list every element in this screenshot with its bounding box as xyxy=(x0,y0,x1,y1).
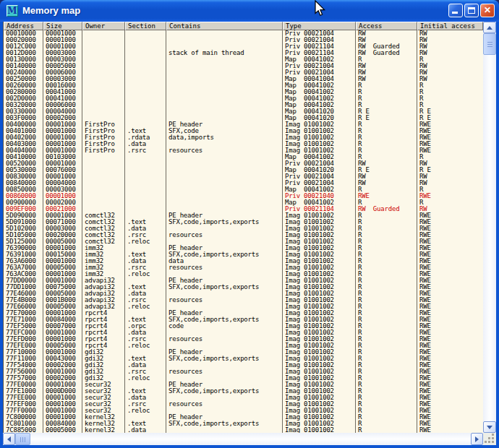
scroll-left-button[interactable] xyxy=(3,433,15,445)
scroll-down-button[interactable] xyxy=(483,421,496,433)
table-row[interactable]: 763AC00000001000imm32.relocImag 01001002… xyxy=(4,271,483,277)
table-row[interactable]: 0083000000001000Priv 00021004RWRW xyxy=(4,173,483,180)
minimize-button[interactable] xyxy=(448,4,463,17)
table-row[interactable]: 0028000000041000Map 00041002RR xyxy=(4,89,483,95)
table-row[interactable]: 77EFD00000001000rpcrt4.rsrcresourcesImag… xyxy=(4,336,483,343)
horizontal-scrollbar[interactable] xyxy=(3,433,483,445)
cell-contains: PE header xyxy=(166,349,283,356)
column-header-address[interactable]: Address xyxy=(4,22,43,30)
column-header-section[interactable]: Section xyxy=(125,22,166,30)
table-row[interactable]: 7C80000000001000kernel32PE headerImag 01… xyxy=(4,414,483,421)
table-row[interactable]: 77EFC00000001000rpcrt4.dataImag 01001002… xyxy=(4,329,483,336)
table-row[interactable]: 77E6600000005000advapi32.relocImag 01001… xyxy=(4,303,483,310)
scroll-up-button[interactable] xyxy=(483,22,496,33)
table-row[interactable]: 0032000000006000Map 00041002RR xyxy=(4,102,483,108)
table-row[interactable]: 0040000000001000FirstProPE headerImag 01… xyxy=(4,121,483,128)
column-header-owner[interactable]: Owner xyxy=(82,22,125,30)
cell-type: Imag 01001002 xyxy=(283,427,356,433)
table-row[interactable]: 77F5400000002000gdi32.dataImag 01001002R… xyxy=(4,362,483,369)
vertical-scroll-thumb[interactable] xyxy=(483,33,496,55)
table-row[interactable]: 0013000000003000Map 00041002RR xyxy=(4,56,483,63)
table-row[interactable]: 0033000000004000Map 00041020R ER E xyxy=(4,108,483,115)
table-row[interactable]: 0052000000001000Priv 00021004RWRW xyxy=(4,160,483,167)
titlebar[interactable]: M Memory map ✕ xyxy=(0,0,499,22)
cell-owner: kernel32 xyxy=(82,414,125,421)
table-row[interactable]: 77E7000000001000rpcrt4PE headerImag 0100… xyxy=(4,310,483,316)
table-row[interactable]: 77FEE00000001000secur32.dataImag 0100100… xyxy=(4,395,483,401)
cell-section xyxy=(125,245,166,251)
column-header-access[interactable]: Access xyxy=(356,22,417,30)
maximize-button[interactable] xyxy=(464,4,479,17)
column-header-size[interactable]: Size xyxy=(43,22,82,30)
table-row[interactable]: 77E4600000005000advapi32.dataImag 010010… xyxy=(4,290,483,297)
close-button[interactable]: ✕ xyxy=(480,4,495,17)
cell-address: 5D102000 xyxy=(4,225,43,232)
table-row[interactable]: 0040400000001000FirstPro.rsrcresourcesIm… xyxy=(4,147,483,154)
table-row[interactable]: 0040300000001000FirstPro.dataImag 010010… xyxy=(4,141,483,147)
cell-size: 00001000 xyxy=(43,336,82,343)
table-row[interactable]: 77FE000000001000secur32PE headerImag 010… xyxy=(4,382,483,388)
vertical-scrollbar[interactable] xyxy=(483,22,496,433)
table-row[interactable]: 77E4B0000001B000advapi32.rsrcresourcesIm… xyxy=(4,297,483,303)
table-row[interactable]: 009EF00000021000Priv 00021104RW GuardedR… xyxy=(4,206,483,212)
table-row[interactable]: 0090000000002000Map 00041002RR xyxy=(4,199,483,206)
table-row[interactable]: 77EFE00000005000rpcrt4.relocImag 0100100… xyxy=(4,343,483,349)
table-row[interactable]: 0012D00000003000stack of main threadPriv… xyxy=(4,50,483,56)
table-row[interactable]: 0001000000001000Priv 00021004RWRW xyxy=(4,30,483,37)
column-header-type[interactable]: Type xyxy=(283,22,356,30)
table-row[interactable]: 0084000000004000Priv 00021004RWRW xyxy=(4,180,483,186)
table-row[interactable]: 0026000000016000Map 00041002RR xyxy=(4,82,483,89)
scroll-right-button[interactable] xyxy=(471,433,483,445)
table-row[interactable]: 77FE10000000D000secur32.textSFX,code,imp… xyxy=(4,388,483,395)
table-row[interactable]: 7639100000015000imm32.textSFX,code,impor… xyxy=(4,251,483,258)
table-row[interactable]: 0041000000103000Map 00041002RR xyxy=(4,154,483,160)
table-row[interactable]: 77F5600000001000gdi32.rsrcresourcesImag … xyxy=(4,369,483,375)
table-row[interactable]: 77DD000000001000advapi32PE headerImag 01… xyxy=(4,277,483,284)
cell-section xyxy=(125,30,166,37)
table-row[interactable]: 0024000000006000Priv 00021004RWRW xyxy=(4,69,483,76)
cell-section xyxy=(125,382,166,388)
table-row[interactable]: 77FEF00000001000secur32.rsrcresourcesIma… xyxy=(4,401,483,408)
table-row[interactable]: 77F1100000043000gdi32.textSFX,code,impor… xyxy=(4,356,483,362)
table-row[interactable]: 0025000000003000Map 00041004RWRW xyxy=(4,76,483,82)
cell-access: RW xyxy=(356,63,417,69)
table-row[interactable]: 5D10500000020000comctl32.rsrcresourcesIm… xyxy=(4,232,483,238)
cell-initial_access: RW xyxy=(417,30,483,37)
table-row[interactable]: 7639000000001000imm32PE headerImag 01001… xyxy=(4,245,483,251)
table-row[interactable]: 77F5700000002000gdi32.relocImag 01001002… xyxy=(4,375,483,382)
table-row[interactable]: 5D09100000071000comctl32.textSFX,code,im… xyxy=(4,219,483,225)
table-row[interactable]: 763A600000001000imm32.datadataImag 01001… xyxy=(4,258,483,264)
table-row[interactable]: 7C80100000084000kernel32.textSFX,code,im… xyxy=(4,421,483,427)
cell-access: R xyxy=(356,401,417,408)
table-row[interactable]: 77DD100000075000advapi32.textSFX,code,im… xyxy=(4,284,483,290)
cell-size: 00001000 xyxy=(43,245,82,251)
table-row[interactable]: 77EF500000007000rpcrt4.orpccodeImag 0100… xyxy=(4,323,483,329)
table-row[interactable]: 77F1000000001000gdi32PE headerImag 01001… xyxy=(4,349,483,356)
cell-address: 77FEE000 xyxy=(4,395,43,401)
table-row[interactable]: 5D09000000001000comctl32PE headerImag 01… xyxy=(4,212,483,219)
cell-section: .text xyxy=(125,356,166,362)
table-row[interactable]: 0086000000001000Priv 00021040RWERWE xyxy=(4,193,483,199)
cell-owner xyxy=(82,37,125,43)
column-header-initial_access[interactable]: Initial access xyxy=(417,22,483,30)
column-header-contains[interactable]: Contains xyxy=(166,22,283,30)
table-row[interactable]: 7C88500000005000kernel32.dataImag 010010… xyxy=(4,427,483,433)
table-row[interactable]: 0053000000076000Map 00041020R ER E xyxy=(4,167,483,173)
table-row[interactable]: 002D000000041000Map 00041002RR xyxy=(4,95,483,102)
table-row[interactable]: 003F000000002000Map 00041020R ER E xyxy=(4,115,483,121)
resize-grip[interactable] xyxy=(483,433,496,445)
table-row[interactable]: 763A700000005000imm32.rsrcresourcesImag … xyxy=(4,264,483,271)
table-row[interactable]: 77E7100000084000rpcrt4.textSFX,code,impo… xyxy=(4,316,483,323)
table-row[interactable]: 5D12500000005000comctl32.relocImag 01001… xyxy=(4,238,483,245)
horizontal-scroll-thumb[interactable] xyxy=(15,433,30,445)
table-row[interactable]: 0014000000005000Priv 00021004RWRW xyxy=(4,63,483,69)
table-row[interactable]: 0012C00000001000Priv 00021104RW GuardedR… xyxy=(4,43,483,50)
table-row[interactable]: 77FF000000001000secur32.relocImag 010010… xyxy=(4,408,483,414)
table-row[interactable]: 0002000000001000Priv 00021004RWRW xyxy=(4,37,483,43)
table-row[interactable]: 0085000000003000Map 00041002RR xyxy=(4,186,483,193)
table-row[interactable]: 0040100000001000FirstPro.textSFX,codeIma… xyxy=(4,128,483,134)
table-row[interactable]: 0040200000001000FirstPro.rdatadata,impor… xyxy=(4,134,483,141)
cell-section: .data xyxy=(125,225,166,232)
table-row[interactable]: 5D10200000003000comctl32.dataImag 010010… xyxy=(4,225,483,232)
cell-type: Imag 01001002 xyxy=(283,251,356,258)
